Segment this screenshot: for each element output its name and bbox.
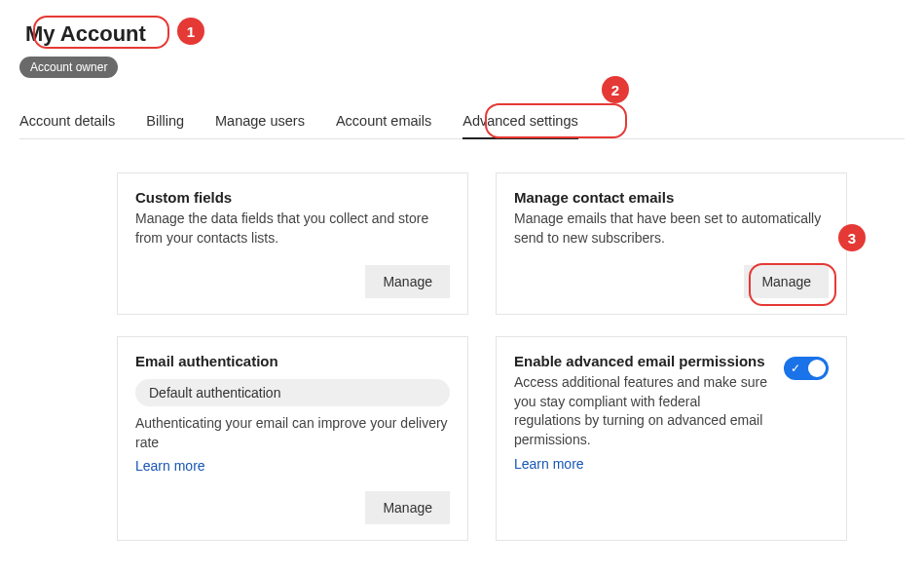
- annotation-badge-3: 3: [838, 224, 866, 251]
- manage-custom-fields-button[interactable]: Manage: [365, 265, 450, 298]
- role-badge: Account owner: [19, 57, 118, 78]
- annotation-badge-2: 2: [602, 76, 629, 103]
- card-desc: Manage emails that have been set to auto…: [514, 210, 829, 248]
- card-title: Enable advanced email permissions: [514, 353, 770, 369]
- tab-advanced-settings[interactable]: Advanced settings: [462, 105, 578, 139]
- card-desc: Manage the data fields that you collect …: [135, 210, 450, 248]
- tab-manage-users[interactable]: Manage users: [215, 105, 305, 138]
- check-icon: ✓: [791, 362, 800, 375]
- tabs: Account details Billing Manage users Acc…: [19, 105, 905, 139]
- card-advanced-permissions: Enable advanced email permissions Access…: [496, 336, 847, 541]
- card-title: Email authentication: [135, 353, 450, 369]
- tab-account-details[interactable]: Account details: [19, 105, 115, 138]
- manage-contact-emails-button[interactable]: Manage: [744, 265, 829, 298]
- card-custom-fields: Custom fields Manage the data fields tha…: [117, 172, 468, 315]
- card-desc: Access additional features and make sure…: [514, 373, 770, 449]
- card-title: Manage contact emails: [514, 189, 829, 206]
- card-title: Custom fields: [135, 189, 450, 206]
- card-contact-emails: Manage contact emails Manage emails that…: [496, 172, 847, 315]
- card-desc: Authenticating your email can improve yo…: [135, 414, 450, 452]
- manage-email-auth-button[interactable]: Manage: [365, 491, 450, 524]
- learn-more-link[interactable]: Learn more: [135, 458, 450, 474]
- advanced-permissions-toggle[interactable]: ✓: [784, 357, 829, 380]
- toggle-knob: [808, 360, 826, 377]
- tab-account-emails[interactable]: Account emails: [336, 105, 431, 138]
- card-email-authentication: Email authentication Default authenticat…: [117, 336, 468, 541]
- auth-status-chip: Default authentication: [135, 379, 450, 406]
- learn-more-link[interactable]: Learn more: [514, 456, 584, 472]
- tab-billing[interactable]: Billing: [146, 105, 184, 138]
- page-title: My Account: [19, 19, 152, 49]
